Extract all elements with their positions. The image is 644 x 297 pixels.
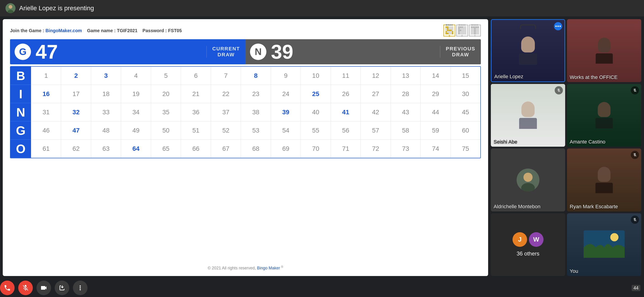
- bingo-logo-s: BINGO: [444, 25, 455, 37]
- bingo-cell: 24: [271, 85, 300, 103]
- bingo-cell: 16: [31, 85, 61, 103]
- bingo-cell: 33: [91, 103, 121, 121]
- current-draw-number: 47: [36, 42, 206, 62]
- bingo-cell: 58: [390, 121, 420, 140]
- svg-point-4: [524, 173, 532, 182]
- bingo-cell: 26: [331, 85, 360, 103]
- bingo-cell: 46: [31, 121, 61, 140]
- video-tile-ryan[interactable]: Ryan Mark Escabarte: [567, 149, 641, 211]
- current-call-circle: 37: [222, 109, 229, 116]
- video-tile-you[interactable]: You: [567, 213, 641, 276]
- bingo-cell: 29: [420, 85, 450, 103]
- current-draw-label-box: CURRENTDRAW: [206, 46, 246, 58]
- previous-draw-label-box: PREVIOUSDRAW: [440, 46, 481, 58]
- office-label: Works at the OFFICE: [570, 74, 618, 80]
- bingo-cell: 63: [91, 140, 121, 158]
- bingo-logo-t: BINGO: [469, 25, 481, 37]
- bingo-cell: 14: [420, 67, 450, 85]
- bingo-cell: 21: [181, 85, 210, 103]
- bingo-cell: 5: [151, 67, 181, 85]
- bingo-cell: 17: [61, 85, 91, 103]
- current-draw-box: G 47 CURRENTDRAW: [10, 39, 246, 64]
- bingo-row-label-O: O: [10, 140, 31, 158]
- bingo-cell: 4: [121, 67, 151, 85]
- presenter-label: Arielle Lopez is presenting: [19, 5, 94, 12]
- current-draw-label: CURRENTDRAW: [212, 46, 240, 58]
- video-tile-seishi[interactable]: Seishi Abe: [491, 84, 565, 147]
- previous-draw-box: N 39 PREVIOUSDRAW: [246, 39, 481, 64]
- bingo-cell: 54: [271, 121, 300, 140]
- seishi-label: Seishi Abe: [494, 139, 517, 145]
- bingo-cell: 42: [360, 103, 390, 121]
- bingo-cell: 36: [181, 103, 210, 121]
- bingo-grid-container: B123456789101112131415I16171819202122232…: [10, 66, 481, 262]
- top-bar: Arielle Lopez is presenting: [0, 0, 644, 17]
- bingo-cell: 44: [420, 103, 450, 121]
- bingo-cell: 50: [151, 121, 181, 140]
- bingo-footer: © 2021 All rights reserved, Bingo Maker …: [10, 265, 481, 270]
- ryan-label: Ryan Mark Escabarte: [570, 204, 618, 210]
- previous-draw-number: 39: [271, 42, 440, 62]
- video-tile-amante[interactable]: Amante Castino: [567, 84, 641, 147]
- bingo-maker-link[interactable]: Bingo Maker: [257, 266, 280, 270]
- bingo-cell: 38: [241, 103, 270, 121]
- draw-section: G 47 CURRENTDRAW N 39 PREVIOUSDRAW: [10, 39, 481, 64]
- video-tile-aldrichelle[interactable]: Aldrichelle Montebon: [491, 149, 565, 211]
- bingo-cell: 20: [151, 85, 181, 103]
- bingo-cell: 71: [331, 140, 360, 158]
- bingo-cell: 27: [360, 85, 390, 103]
- mic-button[interactable]: [18, 280, 33, 295]
- bingo-cell: 2: [61, 67, 91, 85]
- avatar-w: W: [529, 232, 544, 247]
- bingo-cell: 37: [211, 103, 241, 121]
- bingo-game-info: Join the Game : BingoMaker.com Game name…: [10, 28, 182, 33]
- bingo-row-label-G: G: [10, 121, 31, 140]
- end-call-button[interactable]: [0, 280, 14, 295]
- bingo-row-label-N: N: [10, 103, 31, 121]
- bottom-bar: 44: [0, 279, 644, 297]
- bingo-cell: 10: [300, 67, 330, 85]
- video-tile-office[interactable]: Works at the OFFICE: [567, 19, 641, 82]
- presenter-avatar: [6, 3, 16, 13]
- seishi-mute-icon: [555, 86, 563, 94]
- bingo-cell: 47: [61, 121, 91, 140]
- amante-mute-icon: [631, 86, 639, 94]
- bingo-info-header: Join the Game : BingoMaker.com Game name…: [10, 25, 481, 37]
- join-label: Join the Game : BingoMaker.com Game name…: [10, 28, 182, 33]
- amante-label: Amante Castino: [570, 139, 606, 145]
- camera-button[interactable]: [36, 280, 51, 295]
- bingo-cell: 12: [360, 67, 390, 85]
- bingo-cell: 30: [450, 85, 480, 103]
- bingo-cell: 22: [211, 85, 241, 103]
- bingo-cell: 74: [420, 140, 450, 158]
- bingo-cell: 35: [151, 103, 181, 121]
- bingo-logos: BINGO: [444, 25, 481, 37]
- main-content: Join the Game : BingoMaker.com Game name…: [0, 17, 644, 279]
- you-mute-icon: [631, 216, 639, 224]
- others-count-label: 36 others: [516, 250, 540, 257]
- more-button[interactable]: [73, 280, 88, 295]
- bingo-cell: 34: [121, 103, 151, 121]
- video-tile-arielle[interactable]: Arielle Lopez: [491, 19, 565, 82]
- svg-point-8: [610, 233, 618, 241]
- previous-draw-label: PREVIOUSDRAW: [446, 46, 475, 58]
- video-tile-others[interactable]: J W 36 others: [491, 213, 565, 276]
- bingo-row-label-I: I: [10, 85, 31, 103]
- arielle-options-icon[interactable]: [554, 22, 562, 30]
- svg-point-1: [9, 5, 12, 9]
- bingo-cell: 28: [390, 85, 420, 103]
- bingo-cell: 1: [31, 67, 61, 85]
- bingo-row-label-B: B: [10, 67, 31, 85]
- bingo-cell: 31: [31, 103, 61, 121]
- you-label: You: [570, 268, 578, 274]
- bingo-cell: 13: [390, 67, 420, 85]
- bingo-cell: 57: [360, 121, 390, 140]
- bingo-cell: 9: [271, 67, 300, 85]
- bingo-logo-f: BINGO: [456, 25, 468, 37]
- bingo-cell: 25: [300, 85, 330, 103]
- previous-draw-letter: N: [250, 44, 266, 60]
- bingo-cell: 6: [181, 67, 210, 85]
- bingo-cell: 59: [420, 121, 450, 140]
- share-button[interactable]: [55, 280, 69, 295]
- bingo-cell: 39: [271, 103, 300, 121]
